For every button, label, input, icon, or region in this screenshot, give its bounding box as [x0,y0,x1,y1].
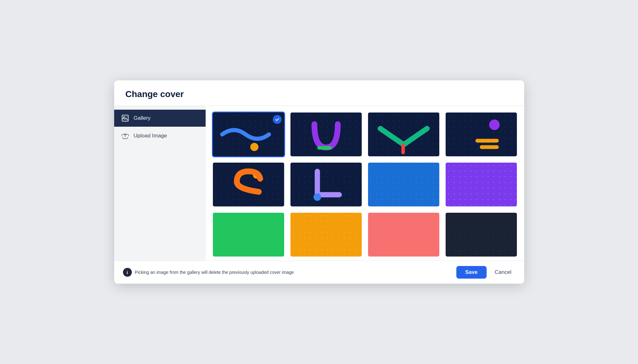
sidebar: Gallery Upload Image [114,106,206,261]
svg-point-5 [489,119,500,130]
dialog-footer: i Picking an image from the gallery will… [114,261,524,284]
gallery-item-4[interactable] [445,112,518,157]
gallery-item-1[interactable] [212,112,285,157]
gallery-item-7[interactable] [367,162,440,207]
sidebar-item-gallery[interactable]: Gallery [114,110,206,127]
gallery-item-6[interactable] [290,162,363,207]
save-button[interactable]: Save [456,266,487,279]
footer-info: i Picking an image from the gallery will… [123,268,452,277]
gallery-item-12[interactable] [445,212,518,257]
svg-rect-6 [475,139,499,142]
info-icon: i [123,268,132,277]
gallery-icon [121,114,129,122]
svg-point-1 [123,117,125,118]
dialog-body: Gallery Upload Image [114,106,524,261]
gallery-item-8[interactable] [445,162,518,207]
gallery-item-11[interactable] [367,212,440,257]
svg-rect-3 [317,146,332,150]
svg-point-9 [313,193,321,201]
footer-info-text: Picking an image from the gallery will d… [135,270,294,275]
sidebar-item-upload[interactable]: Upload Image [114,127,206,144]
gallery-item-3[interactable] [367,112,440,157]
dialog-header: Change cover [114,80,524,106]
gallery-item-2[interactable] [290,112,363,157]
selected-check [273,115,282,124]
upload-icon [121,132,129,140]
gallery-item-5[interactable] [212,162,285,207]
svg-rect-7 [480,145,499,149]
gallery-grid [212,112,518,257]
svg-rect-4 [401,143,405,154]
gallery-item-10[interactable] [290,212,363,257]
gallery-item-9[interactable] [212,212,285,257]
cancel-button[interactable]: Cancel [491,266,515,279]
svg-point-2 [250,143,258,151]
change-cover-dialog: Change cover Gallery [114,80,524,284]
gallery-area [206,106,524,261]
upload-label: Upload Image [134,133,167,139]
gallery-label: Gallery [134,115,151,121]
dialog-title: Change cover [126,89,513,99]
